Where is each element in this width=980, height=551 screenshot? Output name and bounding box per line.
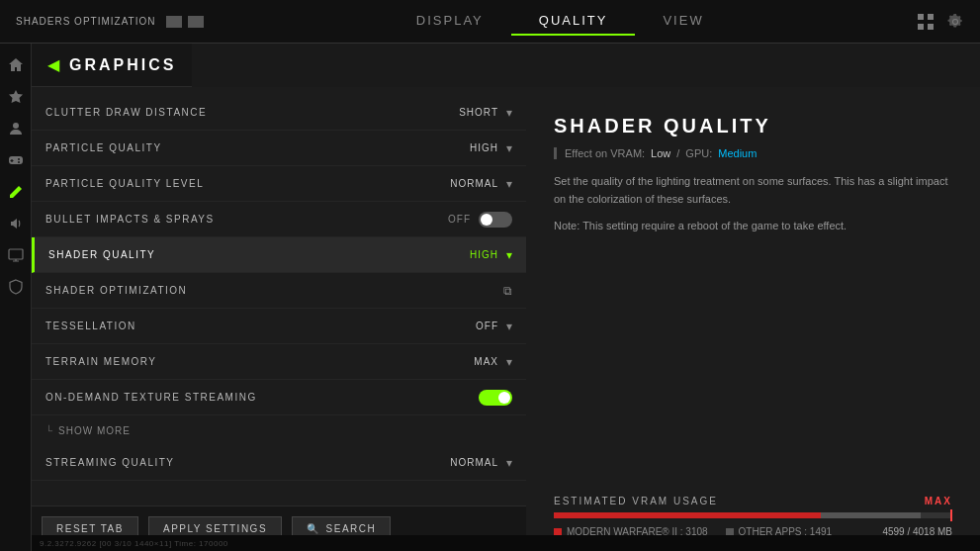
setting-value-tessellation: OFF [476, 321, 498, 331]
setting-row-particle-level[interactable]: PARTICLE QUALITY LEVEL NORMAL ▾ [32, 166, 526, 202]
setting-value-bullet: OFF [448, 214, 471, 225]
dropdown-arrow-particle-quality: ▾ [506, 141, 512, 155]
show-more-row[interactable]: └ SHOW MORE [32, 415, 526, 445]
setting-name-particle-quality: PARTICLE QUALITY [45, 142, 470, 153]
setting-row-terrain[interactable]: TERRAIN MEMORY MAX ▾ [32, 344, 526, 380]
nav-tabs: DISPLAY QUALITY VIEW [204, 7, 918, 36]
top-bar-icons [166, 16, 204, 28]
vram-bar-mw [554, 512, 821, 518]
info-title: SHADER QUALITY [554, 115, 952, 138]
search-icon: 🔍 [307, 523, 320, 534]
gpu-label: GPU: [685, 147, 712, 159]
icon2 [188, 16, 204, 28]
svg-rect-3 [928, 24, 934, 30]
vram-usage-label: ESTIMATED VRAM USAGE [554, 496, 718, 506]
dropdown-arrow-terrain: ▾ [506, 355, 512, 369]
svg-rect-8 [9, 249, 23, 259]
tab-quality[interactable]: QUALITY [511, 7, 636, 36]
setting-name-shader-quality: SHADER QUALITY [48, 249, 470, 260]
setting-value-shader-quality: HIGH [470, 249, 498, 260]
show-more-text: SHOW MORE [58, 425, 131, 436]
vram-bar-other [821, 512, 921, 518]
svg-rect-0 [918, 14, 924, 20]
info-panel: SHADER QUALITY Effect on VRAM: Low / GPU… [526, 87, 980, 551]
setting-value-clutter: SHORT [459, 107, 498, 118]
tab-display[interactable]: DISPLAY [389, 7, 511, 36]
gpu-value: Medium [718, 147, 757, 159]
back-button[interactable]: ◀ [47, 55, 59, 74]
show-more-indent: └ [45, 425, 52, 436]
dropdown-arrow-particle-level: ▾ [506, 177, 512, 191]
vram-bar-max-marker [950, 509, 952, 521]
sidebar-item-shield[interactable] [4, 275, 28, 299]
vram-usage-header: ESTIMATED VRAM USAGE MAX [554, 496, 952, 506]
setting-name-shader-opt: SHADER OPTIMIZATION [45, 285, 503, 296]
svg-point-6 [18, 158, 20, 160]
vram-low-value: Low [651, 147, 670, 159]
toggle-bullet[interactable] [479, 212, 512, 228]
sidebar [0, 44, 32, 551]
info-note: Note: This setting require a reboot of t… [554, 218, 952, 235]
toggle-texture-streaming[interactable] [479, 390, 512, 406]
dropdown-arrow-clutter: ▾ [506, 106, 512, 120]
setting-name-clutter: CLUTTER DRAW DISTANCE [45, 107, 459, 118]
sidebar-item-star[interactable] [4, 85, 28, 109]
status-text: 9.2.3272.9262 [00 3/10 1440×11] Time: 17… [40, 539, 228, 548]
svg-point-7 [18, 161, 20, 163]
dropdown-arrow-streaming: ▾ [506, 456, 512, 470]
sidebar-item-gamepad[interactable] [4, 148, 28, 172]
svg-rect-2 [918, 24, 924, 30]
sidebar-item-user[interactable] [4, 117, 28, 140]
setting-row-shader-opt[interactable]: SHADER OPTIMIZATION ⧉ [32, 273, 526, 309]
vram-usage-max: MAX [925, 496, 952, 506]
sidebar-item-display[interactable] [4, 243, 28, 267]
grid-icon[interactable] [917, 13, 935, 31]
dropdown-arrow-tessellation: ▾ [506, 320, 512, 333]
app-title: SHADERS OPTIMIZATION [16, 16, 156, 27]
setting-value-streaming: NORMAL [450, 457, 498, 468]
tab-view[interactable]: VIEW [635, 7, 731, 36]
sidebar-item-volume[interactable] [4, 212, 28, 235]
external-link-icon: ⧉ [503, 284, 512, 298]
setting-name-tessellation: TESSELLATION [45, 321, 476, 331]
vram-bar-container [554, 512, 952, 518]
setting-name-terrain: TERRAIN MEMORY [45, 356, 474, 367]
setting-name-particle-level: PARTICLE QUALITY LEVEL [45, 178, 450, 189]
setting-name-bullet: BULLET IMPACTS & SPRAYS [45, 214, 448, 225]
setting-row-streaming[interactable]: STREAMING QUALITY NORMAL ▾ [32, 445, 526, 481]
vram-separator: / [676, 147, 679, 159]
search-label: SEARCH [326, 523, 377, 534]
info-vram-bar: Effect on VRAM: Low / GPU: Medium [554, 147, 952, 159]
status-bar: 9.2.3272.9262 [00 3/10 1440×11] Time: 17… [32, 535, 980, 551]
top-bar: SHADERS OPTIMIZATION DISPLAY QUALITY VIE… [0, 0, 980, 44]
setting-value-particle-quality: HIGH [470, 142, 498, 153]
toggle-knob-bullet [481, 214, 492, 226]
page-header: ◀ GRAPHICS [32, 44, 192, 87]
page-title: GRAPHICS [69, 56, 176, 74]
top-bar-left: SHADERS OPTIMIZATION [16, 16, 204, 28]
setting-name-streaming: STREAMING QUALITY [45, 457, 450, 468]
sidebar-item-home[interactable] [4, 53, 28, 77]
setting-row-clutter[interactable]: CLUTTER DRAW DISTANCE SHORT ▾ [32, 95, 526, 131]
icon1 [166, 16, 182, 28]
svg-rect-1 [928, 14, 934, 20]
gear-icon[interactable] [946, 13, 964, 31]
dropdown-arrow-shader-quality: ▾ [506, 248, 512, 262]
setting-value-terrain: MAX [474, 356, 498, 367]
settings-panel: CLUTTER DRAW DISTANCE SHORT ▾ PARTICLE Q… [32, 87, 526, 551]
sidebar-item-edit[interactable] [4, 180, 28, 204]
setting-row-shader-quality[interactable]: SHADER QUALITY HIGH ▾ [32, 237, 526, 273]
setting-row-particle-quality[interactable]: PARTICLE QUALITY HIGH ▾ [32, 131, 526, 166]
setting-row-bullet[interactable]: BULLET IMPACTS & SPRAYS OFF [32, 202, 526, 237]
setting-row-tessellation[interactable]: TESSELLATION OFF ▾ [32, 309, 526, 344]
top-bar-right [917, 13, 964, 31]
setting-row-texture-streaming[interactable]: ON-DEMAND TEXTURE STREAMING [32, 380, 526, 415]
svg-point-4 [13, 123, 19, 129]
setting-value-particle-level: NORMAL [450, 178, 498, 189]
toggle-knob-texture [498, 392, 510, 404]
info-description: Set the quality of the lighting treatmen… [554, 173, 952, 208]
setting-name-texture-streaming: ON-DEMAND TEXTURE STREAMING [45, 392, 479, 403]
main-content: CLUTTER DRAW DISTANCE SHORT ▾ PARTICLE Q… [32, 87, 980, 551]
settings-list: CLUTTER DRAW DISTANCE SHORT ▾ PARTICLE Q… [32, 87, 526, 505]
vram-effect-label: Effect on VRAM: [565, 147, 645, 159]
